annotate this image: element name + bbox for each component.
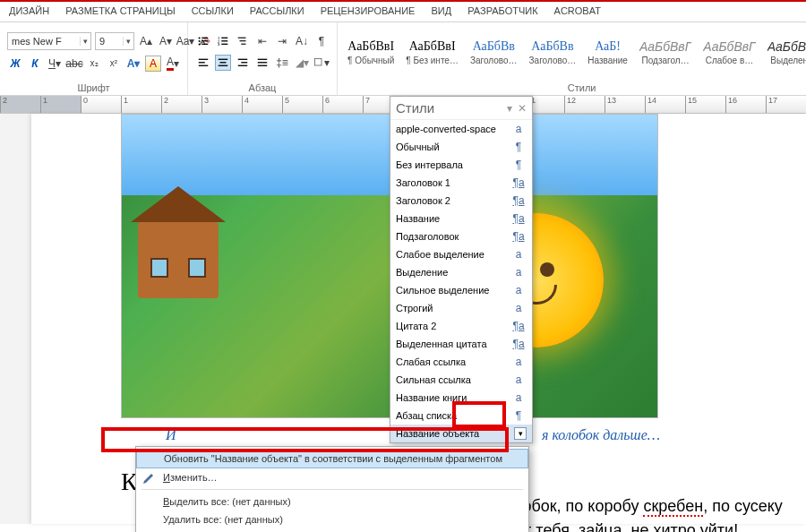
styles-task-pane: Стили ▾ ✕ apple-converted-spaceaОбычный¶… — [390, 96, 533, 443]
style-list-item[interactable]: Слабое выделениеa — [390, 245, 532, 263]
borders-icon[interactable]: ▾ — [313, 55, 330, 71]
context-menu-item[interactable]: Удалить "Название объекта"… — [136, 528, 528, 532]
style-list-item[interactable]: Выделениеa — [390, 263, 532, 281]
style-item-name: Заголовок 2 — [396, 195, 450, 206]
svg-rect-20 — [220, 62, 227, 63]
style-context-menu: Обновить "Название объекта" в соответств… — [135, 446, 529, 532]
highlight-button[interactable]: A — [145, 56, 161, 72]
style-list-item[interactable]: Заголовок 2¶a — [390, 192, 532, 210]
style-list-item[interactable]: Без интервала¶ — [390, 156, 532, 174]
style-gallery-item[interactable]: АаБбВвЗаголово… — [466, 37, 522, 67]
style-gallery-item[interactable]: АаБбВвЗаголово… — [525, 37, 581, 67]
align-center-icon[interactable] — [215, 55, 231, 71]
style-list-item[interactable]: Абзац списка¶ — [390, 407, 532, 425]
menu-separator — [141, 489, 523, 490]
style-item-dropdown-icon[interactable]: ▾ — [514, 427, 527, 440]
tab-page-layout[interactable]: РАЗМЕТКА СТРАНИЦЫ — [65, 5, 175, 16]
text-effects-icon[interactable]: A▾ — [125, 56, 141, 72]
font-color-button[interactable]: A▾ — [165, 56, 181, 72]
svg-rect-15 — [241, 43, 245, 44]
ruler-tick: 1 — [121, 96, 161, 113]
bullets-icon[interactable] — [195, 33, 211, 49]
tab-developer[interactable]: РАЗРАБОТЧИК — [467, 5, 537, 16]
style-item-name: Сильное выделение — [396, 285, 489, 296]
style-list-item[interactable]: Подзаголовок¶a — [390, 227, 532, 245]
style-list-item[interactable]: Строгийa — [390, 299, 532, 317]
style-list-item[interactable]: Сильная ссылкаa — [390, 371, 532, 389]
style-gallery-item[interactable]: АаБбВвГСлабое в… — [699, 37, 759, 67]
style-item-name: Название книги — [396, 392, 467, 403]
multilevel-icon[interactable] — [235, 33, 251, 49]
style-list-item[interactable]: Название объекта▾ — [390, 425, 532, 442]
underline-button[interactable]: Ч▾ — [47, 56, 63, 72]
increase-font-icon[interactable]: A▴ — [138, 33, 154, 49]
style-list-item[interactable]: Слабая ссылкаa — [390, 353, 532, 371]
chevron-down-icon[interactable]: ▾ — [123, 37, 133, 46]
style-name: ¶ Без инте… — [406, 56, 459, 65]
style-type-symbol: ¶a — [510, 194, 527, 207]
style-gallery-item[interactable]: АаБбВвІВыделени — [763, 37, 806, 67]
justify-icon[interactable] — [254, 55, 270, 71]
decrease-font-icon[interactable]: A▾ — [158, 33, 174, 49]
italic-button[interactable]: К — [27, 56, 43, 72]
style-list-item[interactable]: Название книгиa — [390, 389, 532, 407]
style-gallery-item[interactable]: АаБбВвІ¶ Без инте… — [401, 37, 463, 67]
decrease-indent-icon[interactable]: ⇤ — [254, 33, 270, 49]
tab-links[interactable]: ССЫЛКИ — [192, 5, 234, 16]
numbering-icon[interactable]: 123 — [215, 33, 231, 49]
style-list-item[interactable]: Цитата 2¶a — [390, 317, 532, 335]
ribbon-tabs: ДИЗАЙН РАЗМЕТКА СТРАНИЦЫ ССЫЛКИ РАССЫЛКИ… — [0, 2, 806, 22]
close-icon[interactable]: ✕ — [518, 102, 527, 115]
show-marks-icon[interactable]: ¶ — [313, 33, 330, 49]
context-menu-item[interactable]: Обновить "Название объекта" в соответств… — [136, 449, 528, 468]
font-size-combo[interactable]: 9 ▾ — [95, 32, 134, 50]
style-gallery-item[interactable]: АаБбВвІ¶ Обычный — [343, 37, 399, 67]
bold-button[interactable]: Ж — [7, 56, 23, 72]
ruler-tick: 2 — [161, 96, 202, 113]
style-list-item[interactable]: Сильное выделениеa — [390, 281, 532, 299]
tab-view[interactable]: ВИД — [431, 5, 451, 16]
tab-acrobat[interactable]: ACROBAT — [554, 5, 601, 16]
style-item-name: Слабое выделение — [396, 249, 484, 260]
subscript-button[interactable]: x₂ — [86, 56, 102, 72]
spelling-error[interactable]: скребен — [643, 497, 703, 517]
group-font: mes New F ▾ 9 ▾ A▴ A▾ Aa▾ A Ж К Ч▾ abc x… — [0, 22, 188, 95]
strike-button[interactable]: abc — [66, 56, 82, 72]
sort-icon[interactable]: A↓ — [294, 33, 310, 49]
style-gallery-item[interactable]: АаБбВвГПодзагол… — [635, 37, 696, 67]
font-name-combo[interactable]: mes New F ▾ — [7, 32, 91, 50]
context-menu-item[interactable]: Удалить все: (нет данных) — [136, 511, 528, 528]
style-list-item[interactable]: Название¶a — [390, 210, 532, 227]
style-type-symbol: a — [510, 373, 527, 386]
ruler-tick: 4 — [242, 96, 282, 113]
superscript-button[interactable]: x² — [106, 56, 122, 72]
style-list-item[interactable]: Заголовок 1¶a — [390, 174, 532, 192]
menu-item-label: Выделить все: (нет данных) — [163, 496, 291, 507]
style-list-item[interactable]: apple-converted-spacea — [390, 120, 532, 138]
svg-rect-6 — [202, 43, 208, 44]
style-list-item[interactable]: Выделенная цитата¶a — [390, 335, 532, 353]
line-spacing-icon[interactable]: ‡≡ — [274, 55, 290, 71]
tab-mailings[interactable]: РАССЫЛКИ — [250, 5, 304, 16]
ruler-tick: 12 — [564, 96, 604, 113]
increase-indent-icon[interactable]: ⇥ — [274, 33, 290, 49]
tab-review[interactable]: РЕЦЕНЗИРОВАНИЕ — [321, 5, 416, 16]
style-gallery-item[interactable]: АаБ!Название — [583, 37, 632, 67]
style-item-name: Слабая ссылка — [396, 356, 466, 367]
ruler-tick: 14 — [645, 96, 685, 113]
style-list-item[interactable]: Обычный¶ — [390, 138, 532, 156]
context-menu-item[interactable]: Изменить… — [136, 468, 528, 486]
chevron-down-icon[interactable]: ▾ — [80, 37, 90, 46]
ruler-tick: 2 — [0, 96, 40, 113]
style-type-symbol: a — [510, 391, 527, 404]
menu-item-label: Удалить все: (нет данных) — [163, 514, 283, 525]
style-type-symbol: a — [510, 248, 527, 261]
pane-options-icon[interactable]: ▾ — [507, 102, 512, 115]
style-type-symbol: a — [510, 302, 527, 314]
shading-icon[interactable]: ◢▾ — [294, 55, 310, 71]
align-left-icon[interactable] — [195, 55, 211, 71]
style-type-symbol: a — [510, 123, 527, 135]
align-right-icon[interactable] — [235, 55, 251, 71]
tab-design[interactable]: ДИЗАЙН — [9, 5, 49, 16]
context-menu-item[interactable]: Выделить все: (нет данных) — [136, 493, 528, 511]
